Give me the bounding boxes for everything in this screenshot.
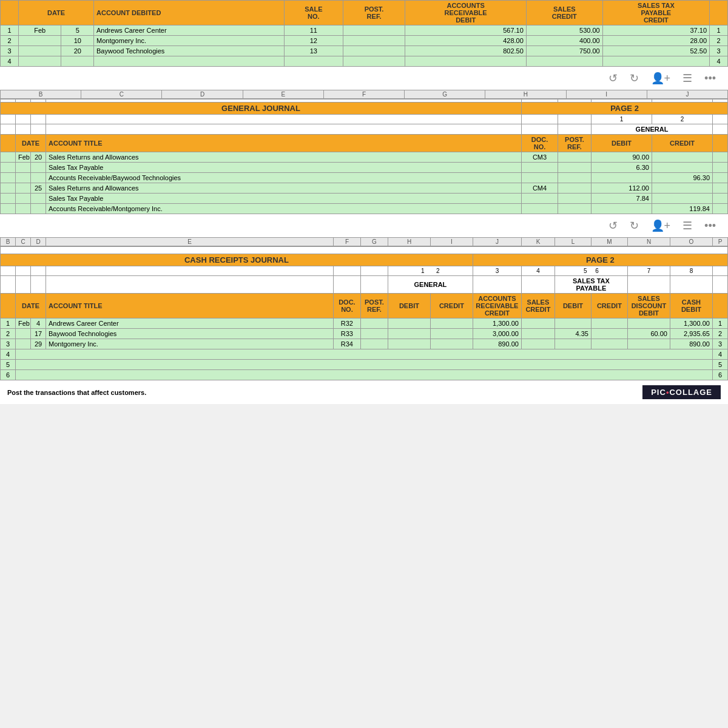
gj-general-label: GENERAL: [592, 124, 713, 135]
col-letters-row-2: B C D E F G H I J K L M N O P: [0, 237, 728, 246]
general-journal-table: GENERAL JOURNAL PAGE 2 1 2: [0, 99, 728, 214]
crj-r3-rnum: 3: [712, 339, 727, 349]
crj-r1-arcredit: 1,300.00: [473, 318, 521, 329]
col-letters-row-1: BCDEFGHIJ: [0, 90, 728, 99]
crj-cashdebit-header: CASHDEBIT: [670, 294, 712, 318]
sj-r2-month: [19, 36, 61, 46]
crj-r3-arcredit: 890.00: [473, 339, 521, 349]
col-letters-table-1: BCDEFGHIJ: [0, 90, 728, 99]
gj-row-3: Accounts Receivable/Baywood Technologies…: [1, 173, 728, 183]
col-stp-header: SALES TAXPAYABLECREDIT: [602, 1, 709, 25]
crj-arcredit-header: ACCOUNTSRECEIVABLECREDIT: [473, 294, 521, 318]
cash-receipts-section: CASH RECEIPTS JOURNAL PAGE 2 1 2 3 4 5 6…: [0, 246, 728, 380]
sj-r1-stp: 37.10: [602, 25, 709, 36]
crj-r3-num: 3: [1, 339, 16, 349]
gj-debit-header: DEBIT: [592, 135, 652, 152]
crj-row-5: 5 5: [1, 360, 728, 370]
crj-sub-labels: GENERAL SALES TAX PAYABLE: [1, 276, 728, 294]
crj-row-3: 3 29 Montgomery Inc. R34 890.00 890.00 3: [1, 339, 728, 349]
sj-r2-post: [343, 36, 405, 46]
sj-r3-account: Baywood Technologies: [94, 46, 285, 56]
crj-colnum-56: 5 6: [554, 266, 627, 276]
gj-r4-day: 25: [31, 183, 46, 194]
crj-r2-account: Baywood Technologies: [46, 329, 334, 339]
crj-r5-rnum: 5: [712, 360, 727, 370]
col-saleno-header: SALENO.: [284, 1, 343, 25]
crj-r1-doc: R32: [333, 318, 360, 329]
sj-r1-ar: 567.10: [405, 25, 526, 36]
crj-col-nums: 1 2 3 4 5 6 7 8: [1, 266, 728, 276]
sj-r3-stp: 52.50: [602, 46, 709, 56]
sj-r1-saleno: 11: [284, 25, 343, 36]
gj-r2-account: Sales Tax Payable: [46, 163, 522, 173]
crj-postref-header: POST.REF.: [360, 294, 388, 318]
crj-r1-day: 4: [31, 318, 46, 329]
crj-docno-header: DOC.NO.: [333, 294, 360, 318]
crj-r2-rnum: 2: [712, 329, 727, 339]
crj-stpdebit-header: DEBIT: [554, 294, 591, 318]
bottom-bar: Post the transactions that affect custom…: [0, 380, 728, 404]
crj-r2-stpdebit: 4.35: [554, 329, 591, 339]
crj-row-6: 6 6: [1, 370, 728, 380]
redo-icon-2[interactable]: ↻: [630, 219, 639, 232]
crj-r4-num: 4: [1, 349, 16, 360]
crj-r2-doc: R33: [333, 329, 360, 339]
gj-r5-debit: 7.84: [592, 194, 652, 204]
cash-receipts-table: CASH RECEIPTS JOURNAL PAGE 2 1 2 3 4 5 6…: [0, 246, 728, 380]
sj-r1-rnum: 1: [710, 25, 728, 36]
crj-gencredit-header: CREDIT: [430, 294, 473, 318]
crj-colnum-3: 3: [473, 266, 521, 276]
crj-r5-num: 5: [1, 360, 16, 370]
gj-account-header: ACCOUNT TITLE: [46, 135, 522, 152]
general-journal-section: GENERAL JOURNAL PAGE 2 1 2: [0, 99, 728, 214]
crj-row-4: 4 4: [1, 349, 728, 360]
gj-date-header: DATE: [16, 135, 46, 152]
sj-r3-saleno: 13: [284, 46, 343, 56]
gj-r1-month: Feb: [16, 152, 31, 163]
gj-r1-post: [558, 152, 592, 163]
sj-r4-month: [19, 56, 61, 67]
crj-colnum-8: 8: [670, 266, 712, 276]
sj-r3-sales: 750.00: [526, 46, 602, 56]
sj-row-4: 4 4: [1, 56, 728, 67]
sales-journal-table: DATE ACCOUNT DEBITED SALENO. POST.REF. A…: [0, 0, 728, 67]
crj-r6-num: 6: [1, 370, 16, 380]
gj-r1-day: 20: [31, 152, 46, 163]
pic-collage-badge: PIC•COLLAGE: [642, 385, 721, 399]
gj-r3-account: Accounts Receivable/Baywood Technologies: [46, 173, 522, 183]
gj-colnum-2: 2: [652, 115, 713, 124]
comment-icon-2[interactable]: ☰: [682, 219, 692, 232]
crj-r1-cash: 1,300.00: [670, 318, 712, 329]
crj-r3-account: Montgomery Inc.: [46, 339, 334, 349]
add-person-icon-2[interactable]: 👤+: [651, 219, 671, 232]
sj-r4-num: 4: [1, 56, 19, 67]
crj-col-headers: DATE ACCOUNT TITLE DOC.NO. POST.REF. DEB…: [1, 294, 728, 318]
sj-r2-saleno: 12: [284, 36, 343, 46]
crj-r3-cash: 890.00: [670, 339, 712, 349]
crj-blank: [1, 247, 728, 254]
gj-r1-debit: 90.00: [592, 152, 652, 163]
comment-icon[interactable]: ☰: [682, 72, 692, 85]
crj-gendebit-header: DEBIT: [388, 294, 430, 318]
undo-icon[interactable]: ↺: [608, 72, 618, 85]
crj-r4-rnum: 4: [712, 349, 727, 360]
more-icon[interactable]: •••: [704, 72, 716, 85]
sj-row-2: 2 10 Montgomery Inc. 12 428.00 400.00 28…: [1, 36, 728, 46]
crj-r1-num: 1: [1, 318, 16, 329]
more-icon-2[interactable]: •••: [704, 220, 716, 232]
crj-salescredit-header: SALESCREDIT: [521, 294, 554, 318]
gj-docno-header: DOC.NO.: [522, 135, 558, 152]
sj-r3-post: [343, 46, 405, 56]
add-person-icon[interactable]: 👤+: [651, 72, 671, 85]
gj-r1-account: Sales Returns and Allowances: [46, 152, 522, 163]
crj-colnum-12: 1 2: [388, 266, 473, 276]
sj-r1-num: 1: [1, 25, 19, 36]
col-date-header: DATE: [19, 1, 94, 25]
crj-colnum-7: 7: [627, 266, 670, 276]
redo-icon[interactable]: ↻: [630, 72, 639, 85]
undo-icon-2[interactable]: ↺: [608, 219, 618, 232]
gj-row-1: Feb 20 Sales Returns and Allowances CM3 …: [1, 152, 728, 163]
sj-r1-post: [343, 25, 405, 36]
crj-colnum-4: 4: [521, 266, 554, 276]
crj-row-1: 1 Feb 4 Andrews Career Center R32 1,300.…: [1, 318, 728, 329]
